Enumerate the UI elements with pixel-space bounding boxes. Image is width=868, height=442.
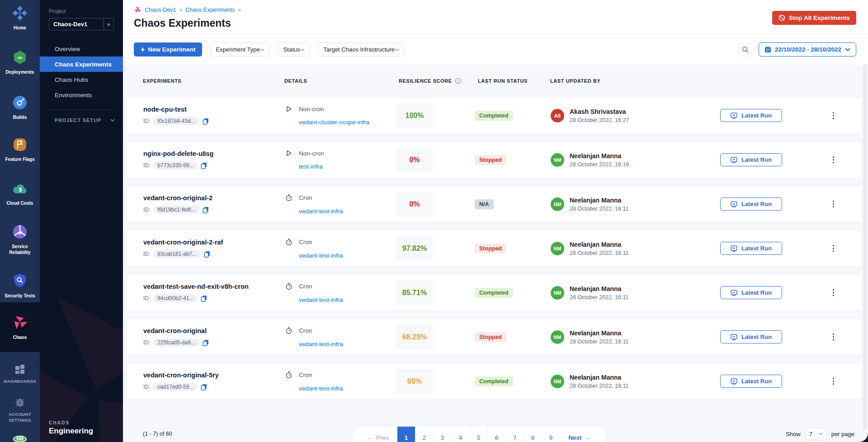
chevron-down-icon [819,433,823,435]
latest-run-button[interactable]: Latest Run [720,242,782,255]
latest-run-button[interactable]: Latest Run [720,375,782,388]
nav-cloud-costs[interactable]: $ Cloud Costs [0,182,40,206]
search-button[interactable] [738,42,752,56]
pager: ← Prev 123456789 Next → [353,427,605,442]
new-experiment-button[interactable]: + New Experiment [134,42,202,56]
user-avatar[interactable]: NM [13,436,27,442]
infrastructure-link[interactable]: vedant-cluster-scope-infra [299,119,369,126]
schedule-type-row: Cron [285,282,396,290]
infrastructure-link[interactable]: vedant-test-infra [299,208,343,215]
feature-flags-icon [12,137,28,154]
user-name: Neelanjan Manna [570,329,628,337]
no-entry-icon [778,14,785,21]
next-page-button[interactable]: Next → [560,427,599,442]
kebab-menu[interactable] [831,197,836,211]
experiment-id-row: ID: f0c187d4-43d... [143,117,285,125]
date-range-picker[interactable]: 22/10/2022 - 28/10/2022 [759,42,856,56]
info-icon[interactable] [455,78,461,84]
sidebar-nav-item[interactable]: Chaos Hubs [40,72,123,87]
copy-icon[interactable] [204,251,210,258]
nav-service-reliability[interactable]: Service Reliability [0,224,40,255]
infrastructure-link[interactable]: vedant-test-infra [299,252,343,259]
cloud-costs-icon: $ [12,182,28,197]
nav-chaos[interactable]: Chaos [0,302,40,352]
avatar: AS [551,109,564,122]
latest-run-button[interactable]: Latest Run [720,153,782,166]
experiment-id: cad17ed0-59... [153,383,198,391]
experiment-name[interactable]: node-cpu-test [143,106,285,113]
stopwatch-icon [285,238,292,246]
sidebar-nav-item[interactable]: Overview [40,41,123,56]
copy-icon[interactable] [203,118,209,125]
page-button[interactable]: 7 [505,427,524,442]
main-content: Chaos-Dev1 > Chaos Experiments > Chaos E… [123,0,868,442]
nav-account-settings[interactable]: ACCOUNT SETTINGS [0,398,40,423]
page-button[interactable]: 2 [415,427,433,442]
copy-icon[interactable] [201,162,207,169]
copy-icon[interactable] [203,339,209,346]
experiment-name[interactable]: vedant-cron-original [143,327,285,334]
id-label: ID: [143,251,150,257]
prev-page-button[interactable]: ← Prev [359,427,397,442]
infrastructure-link[interactable]: test-infra [299,163,323,170]
filter-dropdown[interactable]: Status [278,42,310,56]
breadcrumb-project-link[interactable]: Chaos-Dev1 [145,7,176,13]
infrastructure-link[interactable]: vedant-test-infra [299,385,343,392]
page-button[interactable]: 3 [433,427,451,442]
module-name: Engineering [49,427,123,436]
page-button[interactable]: 8 [524,427,542,442]
nav-home[interactable]: Home [0,5,40,31]
kebab-menu[interactable] [831,330,836,343]
kebab-menu[interactable] [831,286,836,299]
avatar: NM [551,197,564,211]
nav-security-tests[interactable]: Security Tests [0,273,40,299]
kebab-menu[interactable] [831,242,836,255]
project-selector[interactable]: Chaos-Dev1 » [49,18,114,30]
latest-run-button[interactable]: Latest Run [720,197,782,211]
experiment-id-row: ID: f6d19bc1-fedf... [143,206,285,214]
latest-run-button[interactable]: Latest Run [720,330,782,343]
filter-dropdown[interactable]: Experiment Type [210,42,269,56]
filter-dropdown[interactable]: Target Chaos Infrastructure [318,42,405,56]
page-size-group: Show 7 per page [786,428,854,440]
latest-run-button[interactable]: Latest Run [720,286,782,299]
resilience-score: 97.82% [396,236,433,261]
nav-feature-flags[interactable]: Feature Flags [0,137,40,162]
page-button[interactable]: 6 [487,427,505,442]
experiment-name[interactable]: nginx-pod-delete-u8sg [143,150,285,157]
table-header: EXPERIMENTS DETAILS RESILIENCE SCORE LAS… [127,65,862,97]
chevron-down-icon [845,48,850,51]
nav-deployments[interactable]: ∞ Deployments [0,50,40,75]
sidebar-nav-item[interactable]: Environments [40,87,123,103]
kebab-menu[interactable] [831,153,836,166]
experiment-name[interactable]: vedant-cron-original-2-raf [143,239,285,246]
project-name: Chaos-Dev1 [53,21,87,28]
project-setup-toggle[interactable]: PROJECT SETUP [40,118,123,123]
infrastructure-link[interactable]: vedant-test-infra [299,296,343,303]
scrollbar[interactable] [863,64,867,430]
infrastructure-row: vedant-test-infra [285,341,396,348]
page-button[interactable]: 5 [469,427,487,442]
page-button[interactable]: 1 [397,427,415,442]
nav-dashboards[interactable]: DASHBOARDS [0,364,40,384]
latest-run-button[interactable]: Latest Run [720,109,782,122]
experiment-name[interactable]: vedant-cron-original-5ry [143,371,285,379]
expand-icon[interactable]: » [104,19,113,30]
nav-builds[interactable]: Builds [0,95,40,120]
breadcrumb-experiments-link[interactable]: Chaos Experiments [185,7,235,13]
page-button[interactable]: 4 [451,427,469,442]
copy-icon[interactable] [201,295,207,302]
sidebar-nav-item[interactable]: Chaos Experiments [40,56,123,72]
page-button[interactable]: 9 [542,427,560,442]
infrastructure-link[interactable]: vedant-test-infra [299,341,343,348]
page-size-select[interactable]: 7 [805,428,827,440]
experiment-name[interactable]: vedant-cron-original-2 [143,194,285,202]
kebab-menu[interactable] [831,375,836,388]
copy-icon[interactable] [201,384,207,390]
page-header: Chaos-Dev1 > Chaos Experiments > Chaos E… [123,0,868,34]
copy-icon[interactable] [203,207,209,213]
kebab-menu[interactable] [831,109,836,122]
experiment-name[interactable]: vedant-test-save-nd-exit-v8h-cron [143,283,285,290]
stop-all-experiments-button[interactable]: Stop All Experiments [772,11,856,25]
resilience-score: 0% [396,148,433,172]
